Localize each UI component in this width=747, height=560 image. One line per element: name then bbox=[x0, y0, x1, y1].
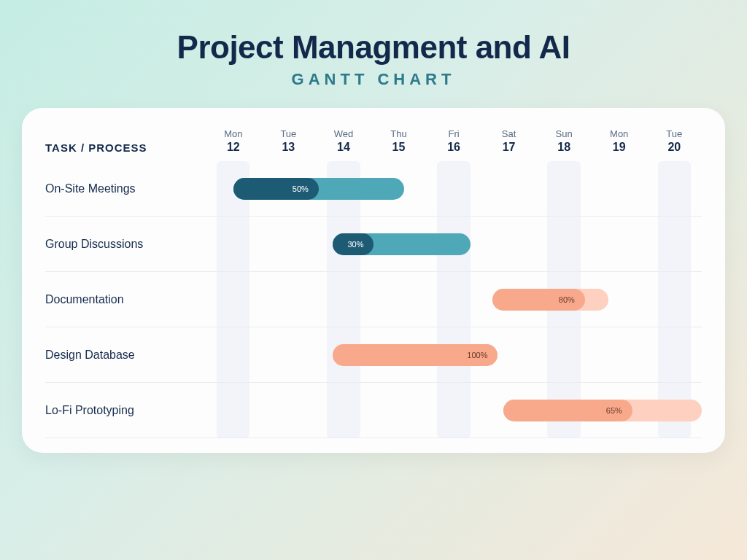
day-number: 15 bbox=[371, 141, 427, 154]
day-number: 16 bbox=[426, 141, 481, 154]
gantt-bar: 50% bbox=[233, 178, 404, 200]
gantt-bar-progress: 65% bbox=[503, 400, 632, 421]
gantt-bar-progress: 50% bbox=[233, 178, 319, 200]
day-number: 19 bbox=[592, 141, 647, 154]
gantt-bar-progress: 80% bbox=[492, 289, 585, 311]
day-name: Mon bbox=[592, 128, 647, 139]
day-header: Wed14 bbox=[316, 128, 371, 154]
rows-area: On-Site Meetings50%Group Discussions30%D… bbox=[45, 161, 702, 438]
bar-track: 80% bbox=[206, 289, 702, 311]
day-headers: Mon12Tue13Wed14Thu15Fri16Sat17Sun18Mon19… bbox=[206, 128, 702, 154]
day-number: 18 bbox=[536, 141, 592, 154]
gantt-bar: 100% bbox=[333, 344, 498, 366]
task-label: Lo-Fi Prototyping bbox=[45, 404, 206, 417]
gantt-bar-progress: 100% bbox=[333, 344, 498, 366]
progress-label: 80% bbox=[559, 295, 575, 304]
task-row: On-Site Meetings50% bbox=[45, 161, 702, 217]
gantt-bar: 65% bbox=[503, 400, 702, 421]
page-title: Project Managment and AI bbox=[22, 29, 725, 66]
task-label: Group Discussions bbox=[45, 238, 206, 251]
day-name: Thu bbox=[371, 128, 427, 139]
day-header: Thu15 bbox=[371, 128, 427, 154]
progress-label: 65% bbox=[606, 406, 622, 415]
gantt-bar: 80% bbox=[492, 289, 608, 311]
task-row: Design Database100% bbox=[45, 327, 702, 383]
day-header: Sun18 bbox=[536, 128, 592, 154]
day-header: Tue20 bbox=[647, 128, 703, 154]
task-row: Lo-Fi Prototyping65% bbox=[45, 383, 702, 438]
task-label: Documentation bbox=[45, 293, 206, 306]
day-header: Sat17 bbox=[481, 128, 537, 154]
day-number: 14 bbox=[316, 141, 371, 154]
task-label: On-Site Meetings bbox=[45, 182, 206, 195]
task-row: Documentation80% bbox=[45, 272, 702, 327]
progress-label: 100% bbox=[467, 351, 487, 359]
gantt-bar-progress: 30% bbox=[333, 233, 374, 255]
day-header: Mon12 bbox=[206, 128, 261, 154]
day-number: 13 bbox=[261, 141, 317, 154]
task-row: Group Discussions30% bbox=[45, 217, 702, 272]
task-label: Design Database bbox=[45, 349, 206, 362]
bar-track: 100% bbox=[206, 344, 702, 366]
header-row: TASK / PROCESS Mon12Tue13Wed14Thu15Fri16… bbox=[45, 128, 702, 154]
day-name: Wed bbox=[316, 128, 371, 139]
day-header: Fri16 bbox=[426, 128, 481, 154]
day-name: Sun bbox=[536, 128, 592, 139]
day-name: Mon bbox=[206, 128, 261, 139]
bar-track: 65% bbox=[206, 400, 702, 421]
day-name: Fri bbox=[426, 128, 481, 139]
bar-track: 50% bbox=[206, 178, 702, 200]
day-number: 17 bbox=[481, 141, 537, 154]
day-header: Mon19 bbox=[592, 128, 647, 154]
gantt-card: TASK / PROCESS Mon12Tue13Wed14Thu15Fri16… bbox=[22, 108, 725, 453]
task-header: TASK / PROCESS bbox=[45, 141, 206, 154]
page-subtitle: GANTT CHART bbox=[22, 70, 725, 89]
gantt-bar: 30% bbox=[333, 233, 471, 255]
day-name: Sat bbox=[481, 128, 537, 139]
bar-track: 30% bbox=[206, 233, 702, 255]
progress-label: 30% bbox=[347, 240, 363, 249]
day-number: 20 bbox=[647, 141, 703, 154]
day-header: Tue13 bbox=[261, 128, 317, 154]
progress-label: 50% bbox=[293, 184, 309, 193]
day-name: Tue bbox=[261, 128, 317, 139]
day-name: Tue bbox=[647, 128, 703, 139]
day-number: 12 bbox=[206, 141, 261, 154]
